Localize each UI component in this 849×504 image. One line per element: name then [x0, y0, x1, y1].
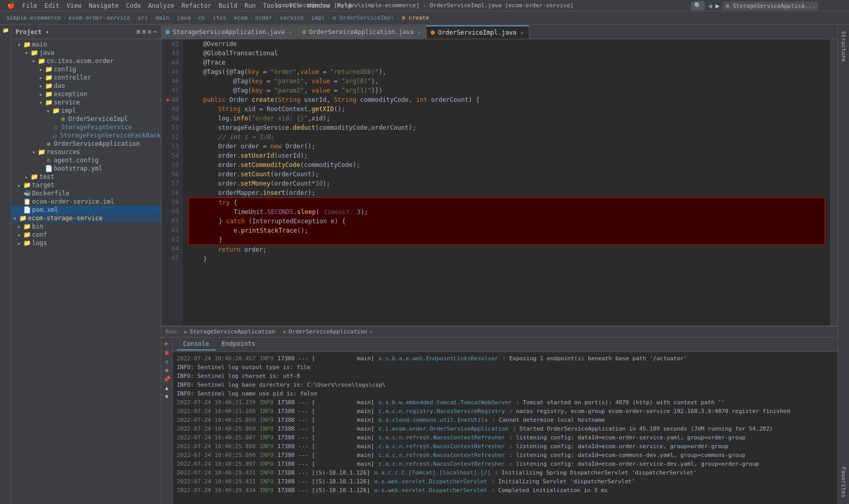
apple-menu[interactable]: 🍎 [4, 1, 18, 10]
tree-item-target[interactable]: ▸ 📁 target [11, 181, 161, 189]
code-area[interactable]: @Override @GlobalTransactional @Trace @T… [183, 39, 830, 326]
menu-analyze[interactable]: Analyze [145, 1, 177, 10]
down-icon[interactable]: ▼ [165, 393, 169, 400]
breadcrumb-order[interactable]: order [253, 14, 274, 21]
tree-item-test[interactable]: ▸ 📁 test [11, 173, 161, 181]
pom-icon: 📄 [23, 206, 31, 213]
tree-item-controller[interactable]: ▸ 📁 controller [11, 73, 161, 82]
editor-scrollbar[interactable] [830, 39, 838, 326]
tree-item-storagefeignservice[interactable]: ○ StorageFeignService [11, 123, 161, 131]
menu-view[interactable]: View [64, 1, 85, 10]
breadcrumb-service[interactable]: service [278, 14, 306, 21]
tab-console[interactable]: Console [177, 338, 216, 350]
stop-icon[interactable]: ■ [165, 349, 169, 356]
breadcrumb-ecom[interactable]: ecom [232, 14, 250, 21]
run-icon[interactable]: ▶ [165, 340, 169, 347]
menu-run[interactable]: Run [241, 1, 259, 10]
breadcrumb-create[interactable]: ⚙ create [400, 14, 431, 21]
breadcrumb-itxs[interactable]: itxs [210, 14, 229, 21]
breadcrumb-orderserviceimpl[interactable]: ⚙ OrderServiceImpl [330, 14, 396, 21]
tree-item-pom[interactable]: 📄 pom.xml [11, 206, 161, 214]
search-button[interactable]: 🔍 [691, 1, 705, 10]
tree-item-orderserviceapp[interactable]: ● OrderServiceApplication [11, 140, 161, 148]
menu-code[interactable]: Code [123, 1, 144, 10]
tree-item-storagefeignservicefackback[interactable]: ○ StorageFeignServiceFackBack [11, 131, 161, 140]
menu-build[interactable]: Build [216, 1, 240, 10]
tree-item-orderserviceimpl[interactable]: ● OrderServiceImpl [11, 115, 161, 123]
tab-endpoints[interactable]: Endpoints [216, 338, 262, 350]
pin-icon[interactable]: 📌 [163, 376, 171, 383]
tree-label: controller [54, 74, 91, 81]
tab-storage-service-app[interactable]: StorageServiceApplication.java ✕ [161, 25, 298, 39]
breadcrumb-simple-ecommerce[interactable]: simple-ecommerce [4, 14, 63, 21]
tree-item-dockerfile[interactable]: 🐳 Dockerfile [11, 189, 161, 197]
menu-refactor[interactable]: Refactor [178, 1, 215, 10]
tree-label: StorageFeignService [61, 124, 132, 131]
tree-item-ecom-storage-service[interactable]: ▾ 📁 ecom-storage-service [11, 214, 161, 222]
tree-item-resources[interactable]: ▾ 📁 resources [11, 148, 161, 156]
sidebar-sync-icon[interactable]: ⊞ [137, 28, 141, 35]
project-icon[interactable]: 📁 [3, 27, 8, 33]
storage-tab[interactable]: ⚙ StorageServiceApplica... [723, 2, 818, 10]
breadcrumb-impl[interactable]: impl [309, 14, 327, 21]
tree-item-impl[interactable]: ▾ 📁 impl [11, 106, 161, 115]
code-line-42: @Override [188, 39, 825, 49]
tree-item-main[interactable]: ▾ 📁 main [11, 40, 161, 49]
structure-label[interactable]: Structure [840, 27, 847, 66]
tree-item-agentconfig[interactable]: ⚙ agent.config [11, 156, 161, 164]
tab-orderserviceimpl[interactable]: OrderServiceImpl.java ✕ [427, 25, 529, 39]
tree-item-cn-itxs[interactable]: ▾ 📁 cn.itxs.ecom.order [11, 57, 161, 65]
tree-item-bootstrapyml[interactable]: 📄 bootstrap.yml [11, 164, 161, 173]
interface-icon: ○ [52, 124, 60, 131]
run-item-order[interactable]: ▶ OrderServiceApplication ✕ [280, 328, 375, 335]
settings-icon[interactable]: ⚙ [165, 367, 169, 374]
tree-item-config[interactable]: ▸ 📁 config [11, 65, 161, 73]
tree-label: OrderServiceApplication [54, 140, 140, 147]
folder-icon: 📁 [37, 57, 46, 65]
tree-item-bin[interactable]: ▸ 📁 bin [11, 222, 161, 231]
up-icon[interactable]: ▲ [165, 385, 169, 391]
editor-content[interactable]: 42 43 44 45 46 47 ◉48 49 50 51 52 53 54 … [161, 39, 838, 326]
breadcrumb-cn[interactable]: cn [196, 14, 207, 21]
tree-item-ecom-order-iml[interactable]: 📋 ecom-order-service.iml [11, 197, 161, 206]
breadcrumb-src[interactable]: src [135, 14, 150, 21]
tab-close-icon[interactable]: ✕ [520, 29, 525, 36]
sidebar-tree: ▾ 📁 main ▾ 📁 java ▾ 📁 cn.itxs.ecom.order… [11, 39, 161, 504]
breadcrumb-ecom-order-service[interactable]: ecom-order-service [67, 14, 132, 21]
sidebar-collapse-icon[interactable]: — [153, 28, 157, 35]
tree-item-logs[interactable]: ▸ 📁 logs [11, 239, 161, 247]
tab-order-service-app[interactable]: OrderServiceApplication.java ✕ [298, 25, 427, 39]
run-item-storage[interactable]: ▶ StorageServiceApplication [181, 328, 279, 335]
restart-icon[interactable]: ↺ [165, 358, 169, 365]
tree-item-service[interactable]: ▾ 📁 service [11, 98, 161, 106]
tab-close-icon[interactable]: ✕ [288, 29, 293, 36]
menu-navigate[interactable]: Navigate [86, 1, 122, 10]
nav-back-button[interactable]: ◀ [708, 2, 712, 10]
log-line: 2022-07-24 10:40:25.087 INFO 17388 --- [… [177, 433, 833, 442]
code-line-55: order.setCommodityCode(commodityCode); [188, 160, 825, 170]
tree-label: logs [32, 239, 47, 247]
tree-item-conf[interactable]: ▸ 📁 conf [11, 231, 161, 239]
tab-close-icon[interactable]: ✕ [417, 29, 422, 36]
favorites-label[interactable]: Favorites [840, 463, 847, 502]
folder-icon: 📁 [19, 215, 27, 222]
tree-item-dao[interactable]: ▸ 📁 dao [11, 82, 161, 90]
nav-forward-button[interactable]: ▶ [715, 2, 719, 10]
sidebar-settings-icon[interactable]: ⚙ [148, 28, 151, 35]
sidebar-filter-icon[interactable]: ≡ [142, 28, 146, 35]
breadcrumb-java[interactable]: java [175, 14, 193, 21]
console-content[interactable]: 2022-07-24 10:40:20.457 INFO 17388 --- [… [173, 352, 838, 504]
folder-icon: 📁 [44, 82, 53, 89]
menu-file[interactable]: File [19, 1, 40, 10]
run-label: Run: [165, 328, 179, 335]
tree-label: exception [54, 90, 87, 98]
breadcrumb-main[interactable]: main [154, 14, 172, 21]
editor-tabs: StorageServiceApplication.java ✕ OrderSe… [161, 25, 838, 39]
console-tabs: Console Endpoints [173, 338, 838, 352]
menu-edit[interactable]: Edit [41, 1, 63, 10]
tree-item-exception[interactable]: ▸ 📁 exception [11, 90, 161, 98]
close-run-icon[interactable]: ✕ [369, 329, 372, 334]
breadcrumb-bar: simple-ecommerce › ecom-order-service › … [0, 11, 849, 25]
tree-label: StorageFeignServiceFackBack [60, 132, 161, 139]
tree-item-java[interactable]: ▾ 📁 java [11, 49, 161, 57]
